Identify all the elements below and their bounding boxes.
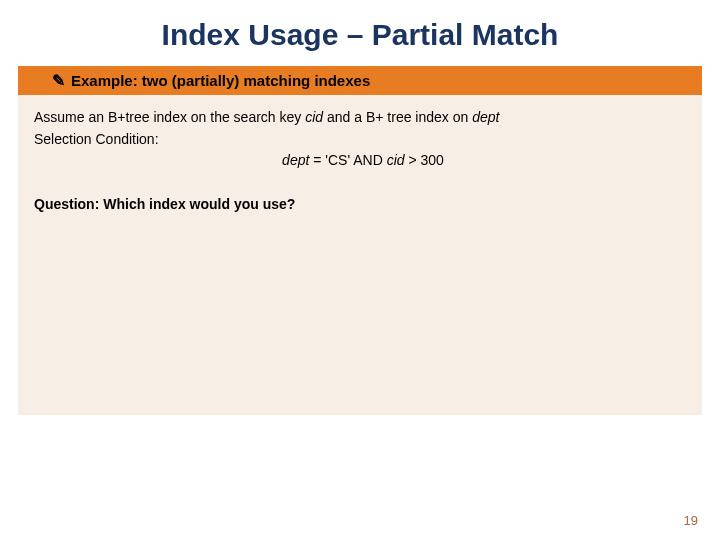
selection-condition-label: Selection Condition: <box>34 129 692 151</box>
pencil-icon: ✎ <box>52 73 65 89</box>
page-number: 19 <box>684 513 698 528</box>
banner-text: Example: two (partially) matching indexe… <box>71 72 370 89</box>
content-area: Assume an B+tree index on the search key… <box>18 95 702 415</box>
formula-cid: cid <box>387 152 405 168</box>
assume-mid: and a B+ tree index on <box>323 109 472 125</box>
dept-term: dept <box>472 109 499 125</box>
cid-term: cid <box>305 109 323 125</box>
question-label: Question: <box>34 196 99 212</box>
example-banner: ✎ Example: two (partially) matching inde… <box>18 66 702 95</box>
formula-dept: dept <box>282 152 309 168</box>
formula-eq2: > 300 <box>405 152 444 168</box>
assume-line: Assume an B+tree index on the search key… <box>34 107 692 129</box>
selection-formula: dept = 'CS' AND cid > 300 <box>34 152 692 168</box>
question-line: Question: Which index would you use? <box>34 196 692 212</box>
formula-eq1: = 'CS' AND <box>309 152 386 168</box>
slide-title: Index Usage – Partial Match <box>0 0 720 66</box>
question-text: Which index would you use? <box>99 196 295 212</box>
assume-pre: Assume an B+tree index on the search key <box>34 109 305 125</box>
